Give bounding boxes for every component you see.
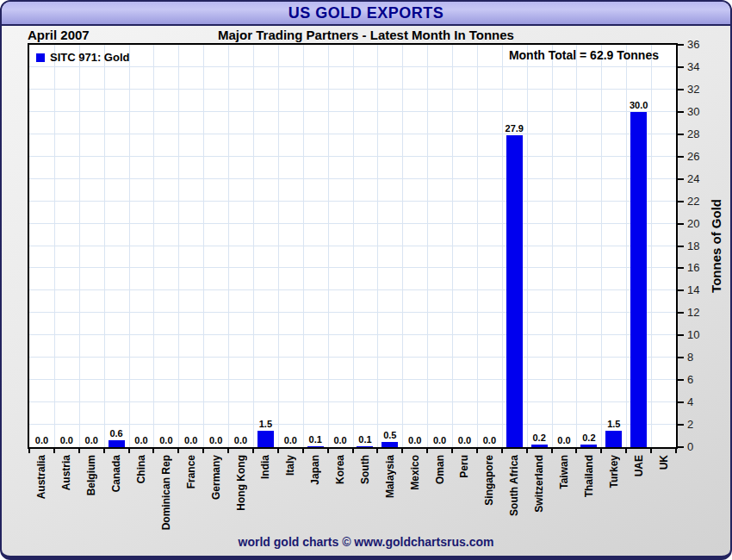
x-tick-label: Hong Kong xyxy=(235,455,247,511)
y-tick-label: 16 xyxy=(687,261,699,275)
y-tick-label: 20 xyxy=(687,217,699,231)
v-gridline xyxy=(228,45,229,447)
bar-value-label: 30.0 xyxy=(620,100,658,110)
v-gridline xyxy=(402,45,403,447)
x-tick-label: Dominican Rep xyxy=(160,455,172,530)
y-tick-label: 22 xyxy=(687,195,699,208)
footer-credit: world gold charts © www.goldchartsrus.co… xyxy=(239,535,494,549)
plot-area: 0.00.00.00.60.00.00.00.00.01.50.00.10.00… xyxy=(28,43,678,449)
x-tick-label: Germany xyxy=(210,455,222,500)
y-axis-tick xyxy=(678,424,684,426)
bar-japan xyxy=(307,446,324,447)
x-axis-tick xyxy=(401,449,403,453)
bar-uae xyxy=(630,112,647,447)
y-tick-label: 34 xyxy=(687,60,699,74)
x-tick-label: Austria xyxy=(60,455,72,490)
v-gridline xyxy=(79,45,80,447)
y-axis-tick xyxy=(678,66,684,68)
x-tick-label: Japan xyxy=(309,455,321,485)
v-gridline xyxy=(153,45,154,447)
y-axis-tick xyxy=(678,267,684,269)
y-axis-title: Tonnes of Gold xyxy=(701,43,730,449)
y-axis-tick xyxy=(678,246,684,247)
bar-value-label: 0.0 xyxy=(470,435,508,445)
y-axis-tick xyxy=(678,201,684,202)
x-axis-tick xyxy=(376,449,378,453)
y-axis-tick xyxy=(678,312,684,314)
y-tick-label: 8 xyxy=(687,351,693,364)
v-gridline xyxy=(477,45,478,447)
x-axis-tick xyxy=(625,449,627,453)
x-axis-tick xyxy=(451,449,453,453)
x-axis-tick xyxy=(128,449,130,453)
x-axis-tick xyxy=(551,449,553,453)
v-gridline xyxy=(203,45,204,447)
v-gridline xyxy=(427,45,428,447)
y-tick-label: 18 xyxy=(687,240,699,253)
y-tick-label: 4 xyxy=(687,395,693,409)
x-tick-label: Belgium xyxy=(85,455,97,495)
month-total-annotation: Month Total = 62.9 Tonnes xyxy=(509,48,659,62)
v-gridline xyxy=(129,45,130,447)
bar-value-label: 0.2 xyxy=(570,432,608,443)
v-gridline xyxy=(377,45,378,447)
chart-area: 0.00.00.00.60.00.00.00.00.01.50.00.10.00… xyxy=(2,2,730,556)
x-tick-label: China xyxy=(135,455,147,483)
y-tick-label: 28 xyxy=(687,128,699,141)
y-axis-tick xyxy=(678,111,684,113)
x-tick-label: South xyxy=(359,455,371,484)
x-tick-label: South Africa xyxy=(508,455,520,516)
x-axis-tick xyxy=(352,449,354,453)
y-axis-tick xyxy=(678,289,684,291)
y-axis-tick xyxy=(678,446,684,448)
v-gridline xyxy=(452,45,453,447)
x-tick-label: Mexico xyxy=(409,455,421,490)
legend: SITC 971: Gold xyxy=(36,51,129,64)
y-tick-label: 24 xyxy=(687,172,699,186)
bar-south xyxy=(357,446,373,447)
y-tick-label: 6 xyxy=(687,373,693,387)
y-axis-tick xyxy=(678,156,684,158)
x-tick-label: Peru xyxy=(458,455,470,478)
y-tick-label: 36 xyxy=(687,38,699,52)
y-axis-title-text: Tonnes of Gold xyxy=(709,199,723,293)
bar-value-label: 27.9 xyxy=(495,123,533,134)
v-gridline xyxy=(353,45,354,447)
y-axis-tick xyxy=(678,178,684,180)
x-axis-tick xyxy=(575,449,577,453)
legend-label: SITC 971: Gold xyxy=(50,51,129,64)
x-axis-tick xyxy=(650,449,652,453)
x-axis-tick xyxy=(78,449,80,453)
x-tick-label: France xyxy=(185,455,197,488)
v-gridline xyxy=(253,45,254,447)
y-axis-tick xyxy=(678,223,684,225)
v-gridline xyxy=(502,45,503,447)
footer: world gold charts © www.goldchartsrus.co… xyxy=(2,534,730,550)
bar-value-label: 1.5 xyxy=(246,419,284,429)
y-tick-label: 14 xyxy=(687,283,699,297)
x-tick-label: India xyxy=(259,455,271,479)
x-axis-tick xyxy=(501,449,503,453)
y-axis-tick xyxy=(678,334,684,336)
bar-turkey xyxy=(605,431,622,447)
x-axis-tick xyxy=(202,449,204,453)
y-tick-label: 26 xyxy=(687,150,699,164)
y-axis-tick xyxy=(678,379,684,381)
x-axis-tick xyxy=(426,449,428,453)
y-axis-tick xyxy=(678,44,684,46)
x-tick-label: UAE xyxy=(633,455,645,476)
x-tick-label: UK xyxy=(658,455,670,470)
x-tick-label: Turkey xyxy=(608,455,620,488)
x-tick-label: Canada xyxy=(110,455,122,492)
x-axis-tick xyxy=(152,449,154,453)
x-tick-label: Korea xyxy=(334,455,346,484)
x-axis-tick xyxy=(302,449,304,453)
y-tick-label: 0 xyxy=(687,440,693,454)
x-axis-tick xyxy=(252,449,254,453)
v-gridline xyxy=(328,45,329,447)
x-tick-label: Thailand xyxy=(583,455,595,497)
bar-thailand xyxy=(580,445,597,447)
v-gridline xyxy=(54,45,55,447)
y-tick-label: 30 xyxy=(687,105,699,119)
x-axis-tick xyxy=(526,449,528,453)
